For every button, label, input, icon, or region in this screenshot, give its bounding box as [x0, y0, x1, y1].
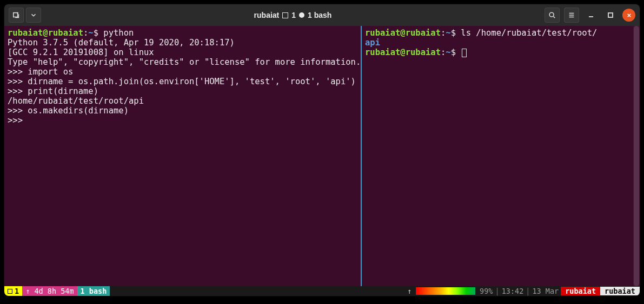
titlebar: rubaiat 1 1 bash	[4, 4, 640, 26]
maximize-button[interactable]	[603, 8, 618, 23]
terminal-panes: rubaiat@rubaiat:~$ python Python 3.7.5 (…	[4, 26, 640, 286]
new-tab-dropdown[interactable]	[26, 8, 41, 23]
tmux-statusbar: 1 ↑ 4d 8h 54m 1 bash ↑ 99% | 13:42 | 13 …	[4, 286, 640, 296]
upload-icon: ↑	[405, 287, 414, 295]
repl-line: >>> os.makedirs(dirname)	[8, 106, 129, 116]
minimize-button[interactable]	[583, 8, 599, 23]
search-button[interactable]	[545, 8, 560, 23]
svg-rect-0	[14, 13, 18, 17]
cmd-ls: ls /home/rubaiat/test/root/	[456, 28, 597, 38]
repl-line: >>> dirname = os.path.join(os.environ['H…	[8, 77, 356, 86]
clock-date: 13 Mar	[530, 287, 561, 295]
session-icon	[8, 289, 12, 294]
python-banner-3: Type "help", "copyright", "credits" or "…	[8, 57, 361, 67]
python-banner-1: Python 3.7.5 (default, Apr 19 2020, 20:1…	[8, 38, 235, 48]
status-uptime: ↑ 4d 8h 54m	[22, 286, 77, 296]
new-tab-button[interactable]	[9, 8, 24, 23]
ls-output: api	[365, 38, 380, 48]
pane-inactive-icon	[282, 12, 288, 18]
right-pane[interactable]: rubaiat@rubaiat:~$ ls /home/rubaiat/test…	[361, 26, 640, 286]
scrollbar[interactable]	[633, 26, 640, 286]
status-session[interactable]: 1	[4, 286, 22, 296]
hamburger-menu-button[interactable]	[564, 8, 579, 23]
svg-rect-2	[608, 13, 613, 17]
terminal-window: rubaiat 1 1 bash rubaiat@rubaiat	[4, 4, 640, 296]
window-title: rubaiat 1 1 bash	[41, 11, 545, 19]
title-pane-1: 1	[291, 11, 296, 19]
prompt-user: rubaiat	[8, 28, 43, 38]
cmd-python: python	[98, 28, 134, 38]
repl-line: >>> print(dirname)	[8, 86, 98, 96]
repl-output: /home/rubaiat/test/root/api	[8, 96, 144, 106]
battery-percent: 99%	[477, 287, 495, 295]
prompt-user: rubaiat	[365, 28, 400, 38]
battery-gradient	[416, 287, 475, 295]
status-window[interactable]: 1 bash	[77, 286, 110, 296]
close-button[interactable]	[622, 9, 635, 22]
status-host: rubaiat	[561, 287, 600, 295]
title-host: rubaiat	[254, 11, 280, 19]
title-pane-2: 1 bash	[308, 11, 331, 19]
cursor	[462, 49, 467, 57]
scrollbar-thumb[interactable]	[634, 26, 639, 286]
repl-line: >>> import os	[8, 67, 73, 77]
python-banner-2: [GCC 9.2.1 20191008] on linux	[8, 48, 154, 57]
svg-point-1	[549, 12, 554, 17]
repl-prompt: >>>	[8, 116, 28, 125]
clock-time: 13:42	[500, 287, 526, 295]
status-user: rubaiat	[600, 287, 640, 295]
left-pane[interactable]: rubaiat@rubaiat:~$ python Python 3.7.5 (…	[4, 26, 361, 286]
pane-active-icon	[299, 12, 304, 18]
